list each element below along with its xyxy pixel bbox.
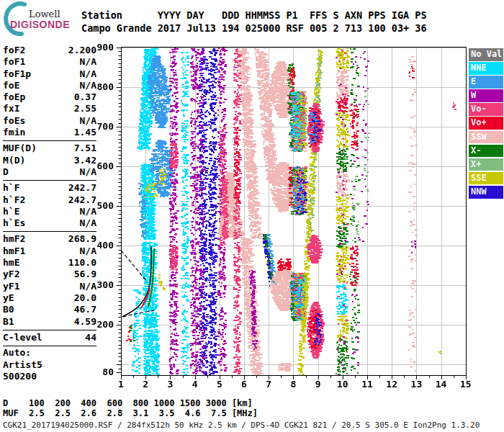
legend-item-noval: No Val — [469, 48, 503, 61]
param-row: foF1N/A — [3, 56, 96, 68]
param-row: foF22.200 — [3, 45, 96, 56]
y-tick-label: 80 — [92, 366, 114, 377]
file-info-row: CGK21_2017194025000.RSF / 284fx512h 50 k… — [3, 420, 480, 430]
param-group: hmF2268.9hmF1N/AhmE110.0yF256.9yF1N/AyE2… — [3, 231, 96, 329]
param-label: fxI — [3, 103, 19, 114]
param-label: foF1 — [3, 56, 25, 68]
param-row: B046.7 — [3, 304, 96, 315]
legend-item-nne: NNE — [469, 62, 503, 75]
ionogram-page: { "logo": {"line1": "Lowell", "line2": "… — [0, 0, 504, 432]
x-tick-label: 12 — [382, 379, 401, 390]
distance-row: D 100 200 400 600 800 1000 1500 3000 [km… — [3, 398, 253, 408]
y-tick-label: 800 — [92, 81, 114, 92]
legend-item-x: X+ — [469, 158, 503, 171]
x-tick-label: 14 — [432, 379, 451, 390]
x-tick-label: 15 — [456, 379, 475, 390]
auto-line: 500200 — [3, 371, 42, 383]
auto-line: Artist5 — [3, 359, 42, 372]
param-row: foF1pN/A — [3, 68, 96, 80]
param-row: h`F242.7 — [3, 182, 96, 194]
legend-item-e: E — [469, 76, 503, 89]
param-row: MUF(D)7.51 — [3, 143, 96, 154]
param-row: foEp0.37 — [3, 91, 96, 103]
param-group: C-level44 — [3, 330, 96, 346]
param-value: N/A — [80, 56, 96, 68]
legend-item-vo: Vo+ — [469, 117, 503, 130]
param-label: B1 — [3, 316, 14, 328]
param-group: h`F242.7h`F2242.7h`EN/Ah`EsN/A — [3, 180, 96, 231]
param-group: MUF(D)7.51M(D)3.42DN/A — [3, 140, 96, 180]
param-row: fxI2.55 — [3, 103, 96, 114]
param-row: M(D)3.42 — [3, 155, 96, 166]
param-value: 2.55 — [74, 103, 96, 114]
y-tick-label: 400 — [92, 240, 114, 251]
station-header: Station YYYY DAY DDD HHMMSS P1 FFS S AXN… — [81, 9, 427, 35]
x-tick-label: 11 — [358, 379, 377, 390]
param-value: 242.7 — [68, 182, 96, 194]
param-label: yF1 — [3, 281, 19, 292]
param-label: foEp — [3, 91, 25, 103]
param-label: h`F — [3, 182, 19, 194]
x-tick-label: 13 — [407, 379, 426, 390]
param-group: foF22.200foF1N/AfoF1pN/AfoEN/AfoEp0.37fx… — [3, 43, 96, 140]
scaled-parameters-panel: foF22.200foF1N/AfoF1pN/AfoEN/AfoEp0.37fx… — [3, 43, 96, 346]
param-label: foE — [3, 80, 19, 91]
param-row: foEN/A — [3, 80, 96, 91]
param-value: 7.51 — [74, 143, 96, 154]
x-tick-label: 10 — [333, 379, 352, 390]
param-label: M(D) — [3, 155, 25, 166]
param-value: 0.37 — [74, 91, 96, 103]
param-label: h`F2 — [3, 194, 25, 206]
param-label: foF1p — [3, 68, 31, 80]
legend-item-nnw: NNW — [469, 186, 503, 199]
y-tick-label: 600 — [92, 161, 114, 171]
param-value: 46.7 — [74, 304, 96, 315]
x-tick-label: 7 — [259, 379, 278, 390]
y-tick-label: 500 — [92, 200, 114, 211]
y-tick-label: 200 — [92, 319, 114, 330]
autoscaling-info: Auto:Artist5500200 — [3, 347, 42, 383]
param-label: D — [3, 166, 9, 178]
param-row: h`EN/A — [3, 206, 96, 217]
x-tick-label: 1 — [112, 379, 130, 390]
param-value: 44 — [85, 332, 96, 343]
x-tick-label: 2 — [136, 379, 155, 390]
param-row: hmE110.0 — [3, 257, 96, 269]
x-tick-label: 5 — [210, 379, 229, 390]
param-value: N/A — [80, 217, 96, 229]
x-tick-label: 8 — [284, 379, 302, 390]
legend-item-x: X- — [469, 145, 503, 158]
param-label: hmF1 — [3, 246, 25, 257]
lowell-digisonde-logo: Lowell DIGISONDE — [3, 1, 89, 36]
param-label: foF2 — [3, 45, 25, 56]
param-label: h`Es — [3, 217, 25, 229]
x-tick-label: 4 — [186, 379, 204, 390]
muf-row: MUF 2.5 2.5 2.6 2.8 3.1 3.5 4.6 7.5 [MHz… — [3, 408, 258, 418]
param-row: C-level44 — [3, 332, 96, 343]
param-label: MUF(D) — [3, 143, 37, 154]
header-values-line: Campo Grande 2017 Jul13 194 025000 RSF 0… — [81, 22, 427, 34]
param-row: h`EsN/A — [3, 217, 96, 229]
param-row: yF256.9 — [3, 269, 96, 280]
legend-item-ssw: SSW — [469, 131, 503, 144]
auto-line: Auto: — [3, 347, 42, 359]
param-label: hmF2 — [3, 233, 25, 245]
param-row: yE20.0 — [3, 292, 96, 304]
logo-lowell-text: Lowell — [29, 9, 60, 19]
y-tick-label: 900 — [92, 42, 114, 53]
x-tick-label: 3 — [161, 379, 179, 390]
param-value: 110.0 — [68, 257, 96, 269]
logo-digisonde-text: DIGISONDE — [10, 19, 70, 30]
param-row: hmF1N/A — [3, 246, 96, 257]
param-row: B14.59 — [3, 316, 96, 328]
legend-item-vo: Vo- — [469, 103, 503, 116]
y-tick-label: 300 — [92, 279, 114, 290]
y-tick-label: 700 — [92, 121, 114, 132]
param-label: yF2 — [3, 269, 19, 280]
legend-item-w: W — [469, 89, 503, 102]
x-tick-label: 9 — [309, 379, 328, 390]
header-columns-line: Station YYYY DAY DDD HHMMSS P1 FFS S AXN… — [81, 9, 427, 21]
param-row: DN/A — [3, 166, 96, 178]
param-label: C-level — [3, 332, 42, 343]
param-row: h`F2242.7 — [3, 194, 96, 206]
